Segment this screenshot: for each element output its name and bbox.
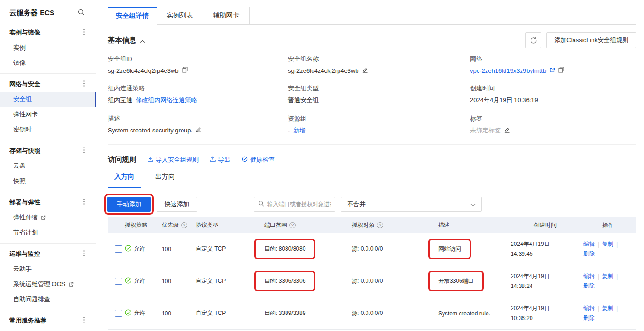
copy-icon[interactable] [182,67,188,74]
more-icon[interactable] [83,29,85,36]
delete-link[interactable]: 删除 [583,314,595,322]
resource-group-value: - [288,127,290,134]
rule-created-time: 14:39:45 [511,250,533,259]
edit-link[interactable]: 编辑 [583,305,595,313]
health-check-link[interactable]: 健康检查 [242,156,275,164]
more-icon[interactable] [83,80,85,88]
tab-outbound[interactable]: 出方向 [148,173,182,188]
sidebar-item-eni[interactable]: 弹性网卡 [0,107,96,122]
column-header: 描述 [438,221,511,229]
app-title: 云服务器 ECS [9,9,54,17]
rule-created-date: 2024年4月19日 [511,304,550,313]
main-content: 安全组详情 实例列表 辅助网卡 基本信息 添加ClassicLink安全组规则 … [97,0,644,331]
more-icon[interactable] [83,199,85,206]
sidebar-group: 存储与快照 云盘 快照 [0,140,96,192]
external-link-icon [69,282,74,287]
rule-source: 源: 0.0.0.0/0 [352,277,383,285]
rule-created-time: 14:38:24 [511,282,533,291]
rule-policy: 允许 [134,309,145,317]
rule-created-time: 10:36:20 [511,314,533,323]
add-resource-group-link[interactable]: 新增 [293,126,305,135]
tab-instance-list[interactable]: 实例列表 [157,7,203,25]
sidebar-group-header: 运维与监控 [0,246,96,261]
help-icon[interactable]: ? [181,222,187,228]
refresh-button[interactable] [525,32,541,48]
table-row: 允许 100 自定义 TCP 目的: 8080/8080 源: 0.0.0.0/… [108,233,636,265]
field-sg-name: 安全组名称 sg-2ze6lc4z4ckj2rp4e3wb [288,55,470,74]
sidebar-nav: 实例与镜像 实例 镜像 网络与安全 安全组 弹性网卡 密钥对 [0,22,96,331]
sidebar-item-cloud-assistant[interactable]: 云助手 [0,261,96,277]
sidebar-item-auto-scaling[interactable]: 弹性伸缩 [0,210,96,225]
manual-add-button[interactable]: 手动添加 [107,197,151,212]
external-link-icon[interactable] [549,67,555,74]
help-icon[interactable]: ? [289,222,296,228]
sidebar-header: 云服务器 ECS [0,0,96,22]
row-checkbox[interactable] [115,245,122,253]
export-rules-link[interactable]: 导出 [210,156,230,164]
rule-protocol: 自定义 TCP [196,277,226,285]
table-row: 允许 100 自定义 TCP 目的: 3389/3389 源: 0.0.0.0/… [108,297,636,330]
annotation-box-manual-add: 手动添加 [104,194,154,215]
edit-link[interactable]: 编辑 [583,272,595,280]
description-value: System created security group. [108,127,192,134]
more-icon[interactable] [83,317,85,324]
sidebar-item-self-diagnosis[interactable]: 自助问题排查 [0,292,96,307]
edit-link[interactable]: 编辑 [583,240,595,248]
sidebar-item-security-groups[interactable]: 安全组 [0,92,96,107]
copy-link[interactable]: 复制 [602,272,613,280]
allow-check-icon [125,277,131,285]
basic-info-grid: 安全组ID sg-2ze6lc4z4ckj2rp4e3wb 安全组名称 sg-2… [108,55,636,145]
rule-source: 源: 0.0.0.0/0 [352,309,383,317]
tab-auxiliary-eni[interactable]: 辅助网卡 [203,7,250,25]
check-circle-icon [242,156,248,164]
edit-icon[interactable] [362,67,368,74]
sidebar-item-oos[interactable]: 系统运维管理 OOS [0,277,96,292]
rule-search-input[interactable] [267,201,331,208]
sidebar-group-header: 网络与安全 [0,77,96,92]
copy-link[interactable]: 复制 [602,240,613,248]
rule-source: 源: 0.0.0.0/0 [352,245,383,253]
sidebar-item-snapshots[interactable]: 快照 [0,174,96,189]
add-classiclink-rule-button[interactable]: 添加ClassicLink安全组规则 [546,32,636,48]
intra-policy-value: 组内互通 [108,96,132,105]
row-checkbox[interactable] [115,278,122,285]
sidebar-item-key-pairs[interactable]: 密钥对 [0,122,96,137]
created-time-value: 2024年4月19日 10:36:19 [470,96,538,105]
tab-inbound[interactable]: 入方向 [108,173,141,188]
detail-tabs: 安全组详情 实例列表 辅助网卡 [108,7,636,25]
field-description: 描述 System created security group. [108,114,288,135]
import-rules-link[interactable]: 导入安全组规则 [148,156,199,164]
more-icon[interactable] [83,250,85,258]
sidebar-item-images[interactable]: 镜像 [0,55,96,70]
merge-filter-select[interactable]: 不合并 [341,197,482,212]
sidebar-item-disks[interactable]: 云盘 [0,158,96,174]
sidebar-group: 实例与镜像 实例 镜像 [0,22,96,74]
copy-link[interactable]: 复制 [602,305,613,313]
edit-icon[interactable] [196,126,202,134]
rule-search-box [254,197,335,212]
tab-security-group-detail[interactable]: 安全组详情 [108,7,157,25]
sg-type-value: 普通安全组 [288,96,319,105]
delete-link[interactable]: 删除 [583,250,595,258]
modify-intra-policy-link[interactable]: 修改组内网络连通策略 [136,96,197,105]
chevron-up-icon[interactable] [140,36,145,44]
delete-link[interactable]: 删除 [583,282,595,290]
sidebar-group-label: 部署与弹性 [9,198,40,207]
field-sg-id: 安全组ID sg-2ze6lc4z4ckj2rp4e3wb [108,55,288,74]
vpc-link[interactable]: vpc-2zeh16ld19x3z9bylmttb [470,67,546,74]
copy-icon[interactable] [558,67,564,74]
rule-created-date: 2024年4月19日 [511,240,550,249]
more-icon[interactable] [83,147,85,155]
help-icon[interactable]: ? [377,222,383,228]
edit-icon[interactable] [504,127,510,134]
search-icon[interactable] [78,9,85,17]
field-network: 网络 vpc-2zeh16ld19x3z9bylmttb [470,55,636,74]
export-icon [210,156,216,163]
field-intra-policy: 组内连通策略 组内互通 修改组内网络连通策略 [108,84,288,105]
row-checkbox[interactable] [115,310,122,317]
field-sg-type: 安全组类型 普通安全组 [288,84,470,105]
sidebar-item-savings-plan[interactable]: 节省计划 [0,225,96,240]
quick-add-button[interactable]: 快速添加 [157,197,197,212]
sidebar-item-instances[interactable]: 实例 [0,40,96,55]
sidebar-group-label: 运维与监控 [9,250,40,258]
